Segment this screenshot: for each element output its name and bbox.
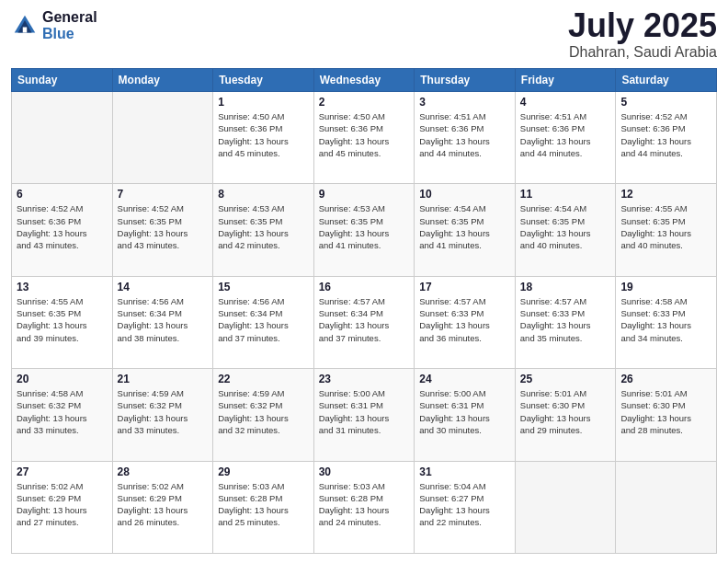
day-number: 17 — [419, 281, 510, 293]
calendar-week-3: 13Sunrise: 4:55 AM Sunset: 6:35 PM Dayli… — [12, 276, 717, 368]
calendar-table: SundayMondayTuesdayWednesdayThursdayFrid… — [11, 68, 717, 554]
day-info: Sunrise: 4:53 AM Sunset: 6:35 PM Dayligh… — [218, 202, 309, 251]
day-number: 24 — [419, 373, 510, 385]
day-info: Sunrise: 5:00 AM Sunset: 6:31 PM Dayligh… — [419, 387, 510, 436]
calendar-cell: 20Sunrise: 4:58 AM Sunset: 6:32 PM Dayli… — [12, 369, 113, 461]
day-info: Sunrise: 4:50 AM Sunset: 6:36 PM Dayligh… — [319, 110, 410, 159]
day-number: 4 — [520, 96, 611, 109]
calendar-cell: 29Sunrise: 5:03 AM Sunset: 6:28 PM Dayli… — [213, 461, 314, 553]
calendar-cell: 10Sunrise: 4:54 AM Sunset: 6:35 PM Dayli… — [415, 184, 516, 276]
day-number: 8 — [218, 188, 309, 201]
calendar-cell: 12Sunrise: 4:55 AM Sunset: 6:35 PM Dayli… — [616, 184, 717, 276]
calendar-cell: 8Sunrise: 4:53 AM Sunset: 6:35 PM Daylig… — [213, 184, 314, 276]
day-number: 10 — [419, 188, 510, 201]
day-number: 9 — [319, 188, 410, 201]
calendar-cell: 6Sunrise: 4:52 AM Sunset: 6:36 PM Daylig… — [12, 184, 113, 276]
calendar-cell — [515, 461, 616, 553]
day-number: 6 — [17, 188, 108, 201]
day-number: 29 — [218, 465, 309, 478]
calendar-cell: 15Sunrise: 4:56 AM Sunset: 6:34 PM Dayli… — [213, 276, 314, 368]
day-number: 26 — [620, 373, 711, 385]
day-info: Sunrise: 4:59 AM Sunset: 6:32 PM Dayligh… — [118, 387, 209, 436]
day-info: Sunrise: 4:52 AM Sunset: 6:36 PM Dayligh… — [17, 202, 108, 251]
day-number: 16 — [319, 281, 410, 293]
calendar-cell: 1Sunrise: 4:50 AM Sunset: 6:36 PM Daylig… — [213, 92, 314, 184]
day-info: Sunrise: 5:01 AM Sunset: 6:30 PM Dayligh… — [520, 387, 611, 436]
calendar-cell: 24Sunrise: 5:00 AM Sunset: 6:31 PM Dayli… — [415, 369, 516, 461]
calendar-cell: 9Sunrise: 4:53 AM Sunset: 6:35 PM Daylig… — [313, 184, 415, 276]
day-number: 11 — [520, 188, 611, 201]
day-info: Sunrise: 5:03 AM Sunset: 6:28 PM Dayligh… — [218, 480, 309, 529]
day-info: Sunrise: 4:53 AM Sunset: 6:35 PM Dayligh… — [319, 202, 410, 251]
day-number: 7 — [118, 188, 209, 201]
logo-icon — [11, 12, 39, 40]
page: General Blue July 2025 Dhahran, Saudi Ar… — [0, 0, 728, 563]
day-number: 20 — [17, 373, 108, 385]
weekday-header-sunday: Sunday — [12, 69, 113, 92]
calendar-cell: 16Sunrise: 4:57 AM Sunset: 6:34 PM Dayli… — [313, 276, 415, 368]
calendar-week-1: 1Sunrise: 4:50 AM Sunset: 6:36 PM Daylig… — [12, 92, 717, 184]
calendar-cell: 17Sunrise: 4:57 AM Sunset: 6:33 PM Dayli… — [415, 276, 516, 368]
day-number: 21 — [118, 373, 209, 385]
calendar-cell: 28Sunrise: 5:02 AM Sunset: 6:29 PM Dayli… — [112, 461, 213, 553]
day-number: 12 — [620, 188, 711, 201]
calendar-cell — [616, 461, 717, 553]
logo-blue-text: Blue — [42, 26, 97, 42]
day-info: Sunrise: 4:59 AM Sunset: 6:32 PM Dayligh… — [218, 387, 309, 436]
day-info: Sunrise: 4:54 AM Sunset: 6:35 PM Dayligh… — [419, 202, 510, 251]
day-number: 22 — [218, 373, 309, 385]
svg-rect-2 — [23, 27, 28, 32]
weekday-header-monday: Monday — [112, 69, 213, 92]
day-info: Sunrise: 4:55 AM Sunset: 6:35 PM Dayligh… — [17, 295, 108, 344]
calendar-week-2: 6Sunrise: 4:52 AM Sunset: 6:36 PM Daylig… — [12, 184, 717, 276]
month-year: July 2025 — [568, 9, 717, 42]
calendar-cell: 14Sunrise: 4:56 AM Sunset: 6:34 PM Dayli… — [112, 276, 213, 368]
day-number: 27 — [17, 465, 108, 478]
calendar-week-5: 27Sunrise: 5:02 AM Sunset: 6:29 PM Dayli… — [12, 461, 717, 553]
calendar-cell: 25Sunrise: 5:01 AM Sunset: 6:30 PM Dayli… — [515, 369, 616, 461]
calendar-cell: 19Sunrise: 4:58 AM Sunset: 6:33 PM Dayli… — [616, 276, 717, 368]
calendar-cell: 30Sunrise: 5:03 AM Sunset: 6:28 PM Dayli… — [313, 461, 415, 553]
calendar-cell: 7Sunrise: 4:52 AM Sunset: 6:35 PM Daylig… — [112, 184, 213, 276]
day-number: 30 — [319, 465, 410, 478]
calendar-cell: 26Sunrise: 5:01 AM Sunset: 6:30 PM Dayli… — [616, 369, 717, 461]
logo-general-text: General — [42, 9, 97, 26]
calendar-cell — [112, 92, 213, 184]
calendar-cell: 13Sunrise: 4:55 AM Sunset: 6:35 PM Dayli… — [12, 276, 113, 368]
calendar-cell: 21Sunrise: 4:59 AM Sunset: 6:32 PM Dayli… — [112, 369, 213, 461]
day-info: Sunrise: 4:51 AM Sunset: 6:36 PM Dayligh… — [520, 110, 611, 159]
weekday-header-friday: Friday — [515, 69, 616, 92]
day-number: 18 — [520, 281, 611, 293]
day-number: 23 — [319, 373, 410, 385]
location: Dhahran, Saudi Arabia — [568, 44, 717, 61]
day-number: 3 — [419, 96, 510, 109]
day-info: Sunrise: 5:04 AM Sunset: 6:27 PM Dayligh… — [419, 480, 510, 529]
day-info: Sunrise: 5:02 AM Sunset: 6:29 PM Dayligh… — [118, 480, 209, 529]
day-info: Sunrise: 5:02 AM Sunset: 6:29 PM Dayligh… — [17, 480, 108, 529]
day-info: Sunrise: 4:57 AM Sunset: 6:33 PM Dayligh… — [520, 295, 611, 344]
day-info: Sunrise: 5:01 AM Sunset: 6:30 PM Dayligh… — [620, 387, 711, 436]
day-info: Sunrise: 4:55 AM Sunset: 6:35 PM Dayligh… — [620, 202, 711, 251]
day-info: Sunrise: 4:52 AM Sunset: 6:35 PM Dayligh… — [118, 202, 209, 251]
weekday-header-tuesday: Tuesday — [213, 69, 314, 92]
day-info: Sunrise: 4:51 AM Sunset: 6:36 PM Dayligh… — [419, 110, 510, 159]
calendar-cell: 23Sunrise: 5:00 AM Sunset: 6:31 PM Dayli… — [313, 369, 415, 461]
day-number: 31 — [419, 465, 510, 478]
day-info: Sunrise: 4:52 AM Sunset: 6:36 PM Dayligh… — [620, 110, 711, 159]
weekday-header-wednesday: Wednesday — [313, 69, 415, 92]
calendar-cell: 22Sunrise: 4:59 AM Sunset: 6:32 PM Dayli… — [213, 369, 314, 461]
day-number: 5 — [620, 96, 711, 109]
calendar-cell: 3Sunrise: 4:51 AM Sunset: 6:36 PM Daylig… — [415, 92, 516, 184]
day-info: Sunrise: 4:57 AM Sunset: 6:34 PM Dayligh… — [319, 295, 410, 344]
calendar-header-row: SundayMondayTuesdayWednesdayThursdayFrid… — [12, 69, 717, 92]
calendar-cell: 11Sunrise: 4:54 AM Sunset: 6:35 PM Dayli… — [515, 184, 616, 276]
day-info: Sunrise: 4:56 AM Sunset: 6:34 PM Dayligh… — [118, 295, 209, 344]
title-block: July 2025 Dhahran, Saudi Arabia — [568, 9, 717, 61]
calendar-week-4: 20Sunrise: 4:58 AM Sunset: 6:32 PM Dayli… — [12, 369, 717, 461]
day-info: Sunrise: 4:50 AM Sunset: 6:36 PM Dayligh… — [218, 110, 309, 159]
weekday-header-thursday: Thursday — [415, 69, 516, 92]
day-number: 14 — [118, 281, 209, 293]
calendar-cell: 27Sunrise: 5:02 AM Sunset: 6:29 PM Dayli… — [12, 461, 113, 553]
calendar-cell: 4Sunrise: 4:51 AM Sunset: 6:36 PM Daylig… — [515, 92, 616, 184]
day-number: 1 — [218, 96, 309, 109]
